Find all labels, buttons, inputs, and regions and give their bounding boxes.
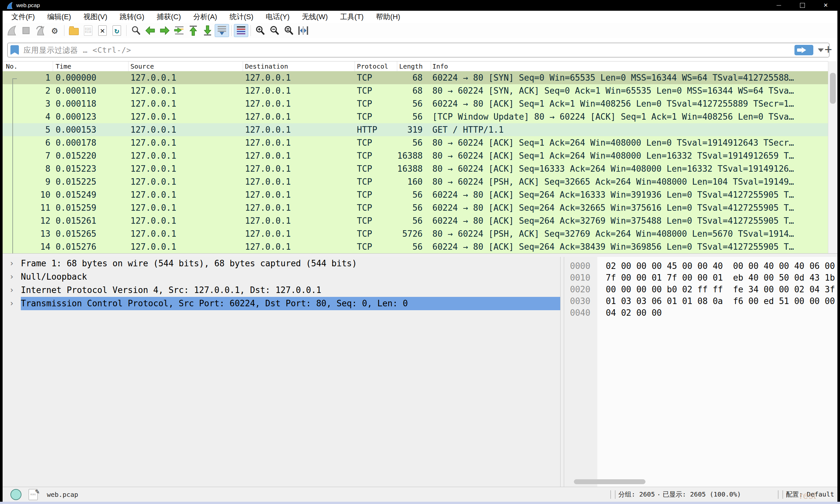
- expand-chevron-icon[interactable]: ›: [3, 270, 21, 284]
- column-header-info[interactable]: Info: [431, 61, 828, 71]
- cell-time: 0.015249: [53, 188, 128, 201]
- filter-bookmark-icon[interactable]: [11, 45, 19, 55]
- go-bottom-button[interactable]: [200, 24, 215, 37]
- detail-row[interactable]: ›Transmission Control Protocol, Src Port…: [3, 297, 560, 310]
- cell-time: 0.000118: [53, 97, 128, 110]
- cell-length: 56: [397, 136, 431, 149]
- resize-columns-button[interactable]: [296, 24, 310, 37]
- maximize-icon: [800, 3, 805, 8]
- restart-capture-icon: [35, 25, 45, 36]
- cell-protocol: TCP: [355, 136, 397, 149]
- detail-row[interactable]: ›Null/Loopback: [3, 270, 560, 284]
- cell-destination: 127.0.0.1: [243, 175, 355, 188]
- packet-row[interactable]: 40.000123127.0.0.1127.0.0.1TCP56[TCP Win…: [3, 110, 828, 123]
- scrollbar-thumb[interactable]: [830, 73, 836, 104]
- packet-row[interactable]: 140.015276127.0.0.1127.0.0.1TCP5660224 →…: [3, 240, 828, 253]
- packet-row[interactable]: 20.000110127.0.0.1127.0.0.1TCP6880 → 602…: [3, 84, 828, 97]
- menu-item-9[interactable]: 工具(T): [334, 11, 370, 23]
- menu-item-0[interactable]: 文件(F): [5, 11, 41, 23]
- auto-scroll-button[interactable]: [215, 24, 229, 37]
- detail-row[interactable]: ›Internet Protocol Version 4, Src: 127.0…: [3, 284, 560, 297]
- expand-chevron-icon[interactable]: ›: [3, 257, 21, 270]
- zoom-out-button[interactable]: [267, 24, 282, 37]
- minimize-button[interactable]: [767, 0, 790, 11]
- vertical-splitter[interactable]: [560, 257, 564, 487]
- menu-item-6[interactable]: 统计(S): [223, 11, 259, 23]
- menu-item-5[interactable]: 分析(A): [187, 11, 223, 23]
- cell-info: 80 → 60224 [SYN, ACK] Seq=0 Ack=1 Win=65…: [431, 84, 828, 97]
- column-header-protocol[interactable]: Protocol: [355, 61, 397, 71]
- cell-destination: 127.0.0.1: [243, 201, 355, 214]
- horizontal-splitter[interactable]: [3, 253, 837, 257]
- packet-row[interactable]: 60.000178127.0.0.1127.0.0.1TCP5680 → 602…: [3, 136, 828, 149]
- hex-horizontal-scrollbar[interactable]: [574, 479, 645, 484]
- detail-row[interactable]: ›Frame 1: 68 bytes on wire (544 bits), 6…: [3, 257, 560, 270]
- packet-row[interactable]: 120.015261127.0.0.1127.0.0.1TCP5660224 →…: [3, 214, 828, 227]
- go-top-button[interactable]: [186, 24, 200, 37]
- hex-row[interactable]: 00107f 00 00 01 7f 00 00 01 eb 40 00 50 …: [564, 272, 837, 284]
- wireshark-logo-icon: [6, 2, 13, 9]
- start-capture-button[interactable]: [4, 24, 19, 37]
- packet-row[interactable]: 80.015223127.0.0.1127.0.0.1TCP1638880 → …: [3, 162, 828, 175]
- apply-filter-button[interactable]: [794, 45, 813, 55]
- close-file-button[interactable]: ✕: [95, 24, 110, 37]
- stop-capture-icon: [21, 26, 31, 35]
- hex-row[interactable]: 000002 00 00 00 45 00 00 40 00 00 40 00 …: [564, 260, 837, 272]
- column-header-time[interactable]: Time: [53, 61, 128, 71]
- packet-list-scrollbar[interactable]: [828, 61, 837, 253]
- expand-chevron-icon[interactable]: ›: [3, 297, 21, 310]
- hex-row[interactable]: 004004 02 00 00: [564, 307, 837, 319]
- packet-row[interactable]: 70.015220127.0.0.1127.0.0.1TCP1638880 → …: [3, 149, 828, 162]
- add-filter-button[interactable]: +: [822, 42, 835, 56]
- menu-item-2[interactable]: 视图(V): [77, 11, 113, 23]
- column-header-destination[interactable]: Destination: [243, 61, 355, 71]
- expand-chevron-icon[interactable]: ›: [3, 284, 21, 297]
- hex-row[interactable]: 002000 00 00 00 b0 02 ff ff fe 34 00 00 …: [564, 284, 837, 295]
- menu-item-8[interactable]: 无线(W): [296, 11, 334, 23]
- display-filter-input[interactable]: 应用显示过滤器 … <Ctrl-/>: [7, 42, 829, 57]
- stop-capture-button[interactable]: [19, 24, 33, 37]
- go-to-packet-button[interactable]: [172, 24, 186, 37]
- expert-info-icon[interactable]: [11, 489, 21, 500]
- packet-row[interactable]: 110.015259127.0.0.1127.0.0.1TCP5660224 →…: [3, 201, 828, 214]
- go-back-button[interactable]: [143, 24, 157, 37]
- packet-row[interactable]: 30.000118127.0.0.1127.0.0.1TCP5660224 → …: [3, 97, 828, 110]
- hex-bytes: 04 02 00 00: [597, 307, 662, 319]
- packet-row[interactable]: 10.000000127.0.0.1127.0.0.1TCP6860224 → …: [3, 71, 828, 84]
- toolbar-separator: [231, 25, 232, 36]
- column-header-source[interactable]: Source: [128, 61, 243, 71]
- cell-source: 127.0.0.1: [128, 84, 243, 97]
- menu-item-1[interactable]: 编辑(E): [41, 11, 77, 23]
- colorize-button[interactable]: [234, 24, 248, 37]
- status-bar: 0101✎ web.pcap 分组: 2605 · 已显示: 2605 (100…: [3, 487, 837, 502]
- zoom-reset-button[interactable]: [282, 24, 296, 37]
- cell-protocol: TCP: [355, 97, 397, 110]
- hex-rows: 000002 00 00 00 45 00 00 40 00 00 40 00 …: [564, 260, 837, 319]
- hex-bytes: 7f 00 00 01 7f 00 00 01 eb 40 00 50 0d 4…: [597, 272, 835, 284]
- go-forward-button[interactable]: [157, 24, 172, 37]
- capture-options-button[interactable]: ⚙: [48, 24, 62, 37]
- maximize-button[interactable]: [790, 0, 814, 11]
- reload-file-button[interactable]: ↻: [110, 24, 124, 37]
- packet-row[interactable]: 50.000153127.0.0.1127.0.0.1HTTP319GET / …: [3, 123, 828, 136]
- column-header-no[interactable]: No.: [3, 61, 53, 71]
- cell-protocol: TCP: [355, 110, 397, 123]
- column-header-length[interactable]: Length: [397, 61, 431, 71]
- cell-info: 60224 → 80 [ACK] Seq=264 Ack=32769 Win=3…: [431, 214, 828, 227]
- find-packet-button[interactable]: [129, 24, 143, 37]
- hex-row[interactable]: 003001 03 03 06 01 01 08 0a f6 00 ed 51 …: [564, 295, 837, 307]
- zoom-in-button[interactable]: [253, 24, 267, 37]
- capture-comment-icon[interactable]: 0101✎: [29, 489, 38, 500]
- cell-length: 68: [397, 84, 431, 97]
- restart-capture-button[interactable]: [33, 24, 48, 37]
- menu-item-4[interactable]: 捕获(C): [151, 11, 187, 23]
- packet-row[interactable]: 90.015225127.0.0.1127.0.0.1TCP16080 → 60…: [3, 175, 828, 188]
- menu-item-3[interactable]: 跳转(G): [113, 11, 151, 23]
- menu-item-7[interactable]: 电话(Y): [260, 11, 296, 23]
- save-file-button[interactable]: 01010110: [81, 24, 95, 37]
- packet-row[interactable]: 130.015265127.0.0.1127.0.0.1TCP572680 → …: [3, 227, 828, 240]
- open-file-button[interactable]: [67, 24, 81, 37]
- packet-row[interactable]: 100.015249127.0.0.1127.0.0.1TCP5660224 →…: [3, 188, 828, 201]
- menu-item-10[interactable]: 帮助(H): [370, 11, 407, 23]
- close-button[interactable]: ✕: [814, 0, 837, 11]
